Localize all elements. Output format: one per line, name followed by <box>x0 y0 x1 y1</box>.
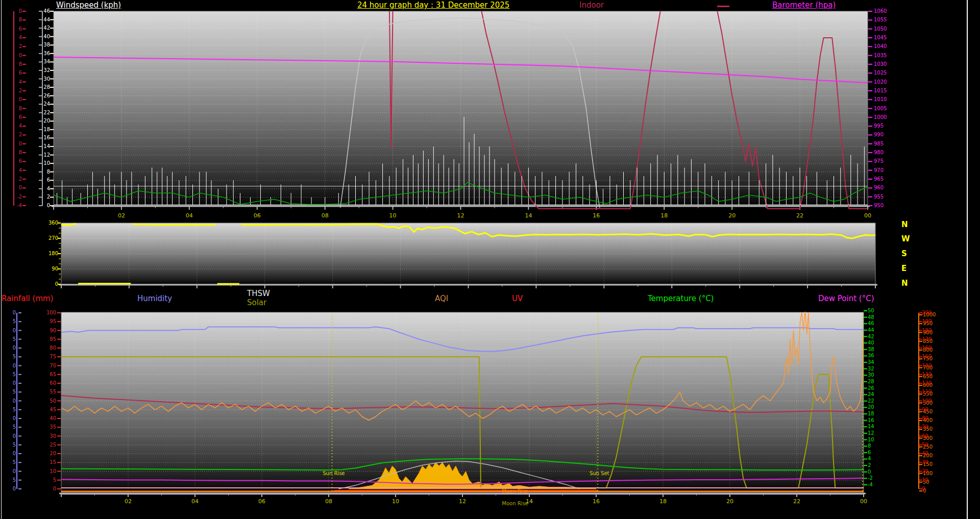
baro-axis-tick-label: 1000 <box>874 115 892 120</box>
temperature-axis-tick-label: 26 <box>868 386 883 391</box>
baro-axis-tick-label: 960 <box>874 185 892 190</box>
wind-axis-tick-label: 8 <box>31 169 50 175</box>
humidity-red-axis-tick-label: 15 <box>41 460 56 465</box>
wind-axis-tick-label: 12 <box>31 153 50 158</box>
rain-blue-axis-tick-label: 5 <box>9 389 16 394</box>
uv-red-axis-tick-label: 160 <box>922 345 941 351</box>
uv-red-axis-tick-label: 150 <box>922 354 941 359</box>
windspeed-xtick-label: 08 <box>322 213 329 219</box>
multi-sensor-xtick-label: 04 <box>191 499 199 505</box>
wind-axis-tick-label: 28 <box>31 85 50 90</box>
dir-axis-tick-label: 360 <box>44 220 58 226</box>
wind-axis-tick-label: 16 <box>31 135 50 140</box>
uv-red-axis-tick-label: 100 <box>922 399 941 404</box>
indoor-axis-tick-label: 6 <box>15 27 22 32</box>
temperature-axis-tick-label: 46 <box>868 321 883 326</box>
baro-axis-tick-label: 1005 <box>874 106 892 111</box>
baro-axis-tick-label: 975 <box>874 159 892 164</box>
wind-axis-tick-label: 20 <box>31 118 50 123</box>
temperature-axis-tick-label: -4 <box>868 482 883 487</box>
temperature-axis-tick-label: 0 <box>868 469 883 475</box>
uv-red-axis-tick-label: 120 <box>922 381 941 386</box>
humidity-red-axis-tick-label: 65 <box>41 372 56 377</box>
temperature-axis-tick-label: 44 <box>868 328 883 333</box>
indoor-axis-tick-label: 2 <box>15 44 22 49</box>
wind-axis-tick-label: 2 <box>31 194 50 200</box>
temperature-axis-tick-label: 6 <box>868 450 883 455</box>
windspeed-xtick-label: 18 <box>660 213 668 219</box>
wind-axis-tick-label: 36 <box>31 51 50 56</box>
temperature-axis-tick-label: 14 <box>868 424 883 429</box>
wind-axis-tick-label: 46 <box>31 9 50 14</box>
baro-axis-tick-label: 985 <box>874 141 892 146</box>
multi-sensor-xtick-label: 22 <box>793 499 800 505</box>
rain-blue-axis-tick-label: 5 <box>9 460 16 465</box>
series-solar-percent <box>61 357 864 488</box>
rain-blue-axis-tick-label: 0 <box>9 469 16 474</box>
indoor-axis-tick-label: 4 <box>15 35 22 40</box>
uv-red-axis-tick-label: 110 <box>922 389 941 394</box>
humidity-red-axis-tick-label: 80 <box>41 345 56 351</box>
series-wind-direction-line <box>241 224 875 238</box>
uv-red-axis-tick-label: 90 <box>922 407 941 412</box>
indoor-axis-tick-label: -2 <box>15 194 22 200</box>
rain-blue-axis-tick-label: 0 <box>9 434 16 439</box>
windspeed-xtick-label: 14 <box>525 213 532 219</box>
indoor-axis-tick-label: 4 <box>15 80 22 85</box>
temperature-axis-tick-label: 10 <box>868 437 883 442</box>
temperature-axis-tick-label: 48 <box>868 315 883 320</box>
wind-axis-tick-label: 38 <box>31 42 50 47</box>
multi-sensor-xtick-label: 00 <box>860 499 867 505</box>
temperature-axis-tick-label: 8 <box>868 443 883 449</box>
rain-blue-axis-tick-label: 0 <box>9 451 16 456</box>
wind-axis-tick-label: 18 <box>31 127 50 132</box>
indoor-axis-tick-label: 6 <box>15 70 22 76</box>
baro-axis-tick-label: 1025 <box>874 70 892 76</box>
temperature-axis-tick-label: 24 <box>868 392 883 397</box>
baro-axis-tick-label: 965 <box>874 177 892 182</box>
temperature-axis-tick-label: 18 <box>868 411 883 416</box>
series-wind-direction-line <box>133 224 216 225</box>
windspeed-gridlines <box>54 11 868 206</box>
indoor-axis-tick-label: 2 <box>15 177 22 182</box>
multi-sensor-xtick-label: 18 <box>659 499 667 505</box>
series-daylight <box>340 18 600 208</box>
wind-axis-tick-label: 30 <box>31 77 50 82</box>
multi-sensor-xtick-label: 02 <box>125 499 132 505</box>
humidity-red-axis-tick-label: 70 <box>41 363 56 368</box>
series-aqi <box>61 309 864 420</box>
temperature-axis-tick-label: 34 <box>868 360 883 365</box>
uv-red-axis-tick-label: 40 <box>922 451 941 456</box>
humidity-red-axis-tick-label: 60 <box>41 381 56 386</box>
uv-red-axis-tick-label: 30 <box>922 460 941 465</box>
humidity-red-axis-tick-label: 95 <box>41 319 56 324</box>
baro-axis-tick-label: 980 <box>874 150 892 155</box>
baro-axis-tick-label: 1055 <box>874 17 892 22</box>
multi-sensor-xtick-label: 12 <box>459 499 466 505</box>
uv-red-axis-tick-label: 80 <box>922 416 941 421</box>
windspeed-xtick-label: 22 <box>796 213 803 219</box>
indoor-axis-tick-label: 8 <box>15 150 22 155</box>
baro-axis-tick-label: 1015 <box>874 88 892 93</box>
rain-blue-axis-tick-label: 5 <box>9 319 16 324</box>
dir-axis-tick-label: 270 <box>44 236 58 241</box>
baro-axis-tick-label: 1050 <box>874 27 892 32</box>
baro-axis-tick-label: 950 <box>874 203 892 208</box>
baro-axis-tick-label: 955 <box>874 194 892 200</box>
rain-blue-axis-tick-label: 5 <box>9 478 16 483</box>
temperature-axis-tick-label: 12 <box>868 431 883 436</box>
wind-axis-tick-label: 10 <box>31 161 50 166</box>
wind-axis-tick-label: 34 <box>31 59 50 64</box>
windspeed-xtick-label: 12 <box>457 213 464 219</box>
multi-sensor-xtick-label: 06 <box>258 499 265 505</box>
uv-red-axis-tick-label: 200 <box>922 310 941 315</box>
uv-red-axis-tick-label: 20 <box>922 469 941 474</box>
temperature-axis-tick-label: 30 <box>868 373 883 378</box>
temperature-axis-tick-label: 50 <box>868 308 883 313</box>
rain-blue-axis-tick-label: 0 <box>9 381 16 386</box>
wind-axis-tick-label: 26 <box>31 93 50 98</box>
indoor-axis-tick-label: 8 <box>15 106 22 111</box>
indoor-axis-tick-label: 6 <box>15 115 22 120</box>
temperature-axis-tick-label: 20 <box>868 405 883 410</box>
baro-axis-tick-label: 1060 <box>874 9 892 14</box>
